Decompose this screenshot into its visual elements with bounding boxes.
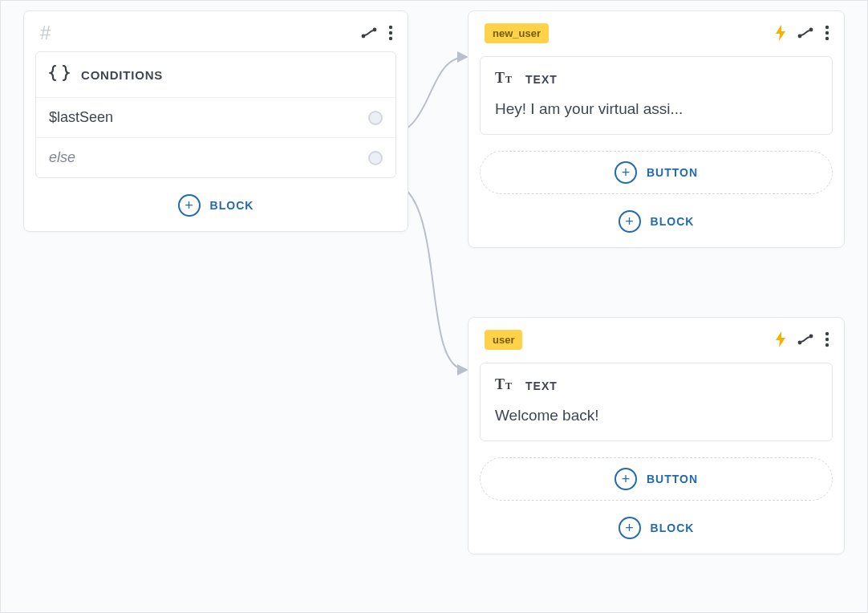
plus-icon: + — [614, 468, 637, 490]
svg-point-2 — [389, 26, 392, 29]
more-menu-icon[interactable] — [388, 25, 393, 41]
plus-icon: + — [614, 161, 637, 184]
svg-text:T: T — [505, 380, 512, 392]
state-node-user[interactable]: user TT TEXT Welcome back! + BUTTON + BL… — [468, 317, 845, 554]
svg-text:T: T — [495, 70, 505, 86]
add-button-label: BUTTON — [647, 473, 698, 485]
add-block-button[interactable]: + BLOCK — [35, 194, 396, 217]
svg-point-3 — [389, 31, 392, 35]
text-content: Hey! I am your virtual assi... — [495, 99, 817, 120]
text-block-label: TEXT — [525, 73, 558, 86]
node-header: user — [480, 331, 833, 355]
text-block-header: TT TEXT — [495, 376, 817, 396]
connector-icon[interactable] — [797, 334, 813, 345]
text-format-icon: TT — [495, 376, 516, 396]
node-header: new_user — [480, 24, 833, 48]
text-block[interactable]: TT TEXT Welcome back! — [480, 363, 833, 441]
svg-text:T: T — [495, 376, 505, 392]
conditions-header: CONDITIONS — [36, 52, 395, 98]
state-node-new-user[interactable]: new_user TT TEXT Hey! I am your virtual … — [468, 10, 845, 248]
plus-icon: + — [178, 194, 201, 217]
plus-icon: + — [619, 517, 641, 539]
svg-point-4 — [389, 37, 392, 40]
condition-text: else — [49, 149, 75, 166]
more-menu-icon[interactable] — [825, 25, 829, 41]
output-port[interactable] — [368, 151, 383, 165]
state-tag[interactable]: user — [485, 330, 522, 350]
add-block-button[interactable]: + BLOCK — [480, 517, 833, 539]
conditions-block[interactable]: CONDITIONS $lastSeen else — [35, 51, 396, 178]
state-tag[interactable]: new_user — [485, 23, 549, 43]
bolt-icon[interactable] — [775, 331, 786, 347]
text-block-header: TT TEXT — [495, 70, 817, 89]
text-block[interactable]: TT TEXT Hey! I am your virtual assi... — [480, 56, 833, 135]
svg-point-16 — [825, 343, 829, 347]
svg-point-9 — [825, 37, 829, 40]
text-content: Welcome back! — [495, 405, 817, 426]
add-button-button[interactable]: + BUTTON — [480, 457, 833, 501]
conditions-label: CONDITIONS — [81, 68, 163, 82]
add-button-label: BUTTON — [647, 166, 698, 179]
bolt-icon[interactable] — [775, 25, 786, 41]
hash-icon: # — [40, 22, 51, 44]
add-block-label: BLOCK — [651, 215, 695, 228]
add-block-label: BLOCK — [651, 522, 695, 534]
node-header: # — [35, 24, 396, 48]
text-format-icon: TT — [495, 70, 516, 89]
connector-icon[interactable] — [797, 27, 813, 39]
plus-icon: + — [619, 210, 641, 233]
connector-icon[interactable] — [361, 27, 377, 39]
svg-point-15 — [825, 338, 829, 341]
conditions-node[interactable]: # CONDITIONS $lastSeen else + BLOCK — [23, 10, 408, 232]
more-menu-icon[interactable] — [825, 331, 829, 347]
add-button-button[interactable]: + BUTTON — [480, 151, 833, 194]
svg-text:T: T — [505, 74, 512, 85]
condition-row-else[interactable]: else — [36, 138, 395, 177]
add-block-label: BLOCK — [210, 199, 254, 212]
condition-row-lastseen[interactable]: $lastSeen — [36, 98, 395, 138]
svg-point-7 — [825, 26, 829, 29]
output-port[interactable] — [368, 111, 383, 125]
braces-icon — [49, 63, 70, 86]
text-block-label: TEXT — [525, 380, 558, 392]
condition-text: $lastSeen — [49, 109, 113, 126]
add-block-button[interactable]: + BLOCK — [480, 210, 833, 233]
svg-point-8 — [825, 31, 829, 35]
svg-point-14 — [825, 332, 829, 335]
